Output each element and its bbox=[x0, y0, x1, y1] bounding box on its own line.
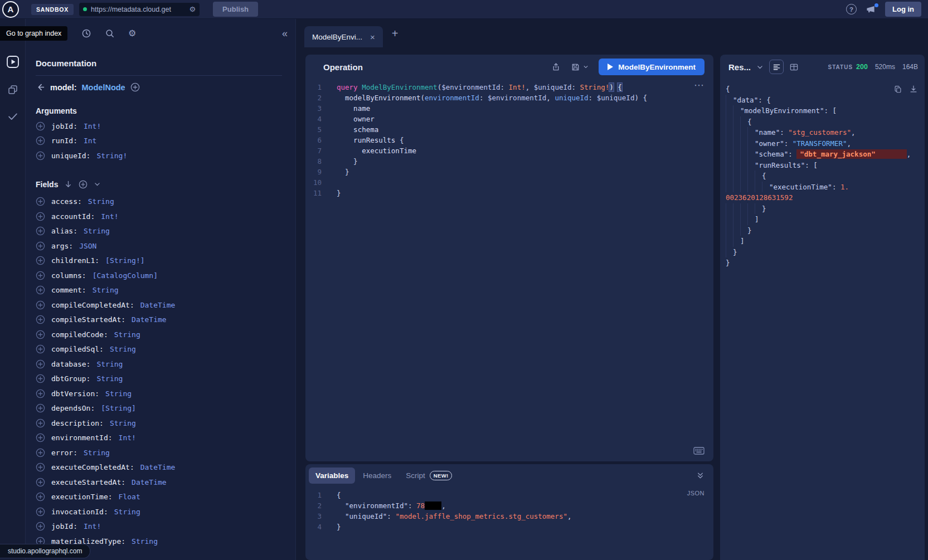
argument-name: runId: bbox=[51, 137, 77, 145]
add-field-icon[interactable] bbox=[36, 121, 45, 131]
editor-options-icon[interactable]: ⋯ bbox=[694, 80, 704, 90]
field-name: environmentId: bbox=[51, 434, 113, 442]
add-field-icon[interactable] bbox=[36, 300, 45, 310]
add-field-icon[interactable] bbox=[36, 226, 45, 236]
response-dropdown-chevron-icon[interactable] bbox=[756, 64, 764, 71]
response-table-view-icon[interactable] bbox=[789, 62, 799, 72]
add-field-icon[interactable] bbox=[36, 418, 45, 428]
run-button-label: ModelByEnvironment bbox=[618, 63, 696, 71]
field-type[interactable]: [String!] bbox=[105, 256, 144, 265]
field-name: executeCompletedAt: bbox=[51, 463, 134, 471]
add-field-icon[interactable] bbox=[36, 330, 45, 339]
add-field-icon[interactable] bbox=[36, 433, 45, 442]
download-response-icon[interactable] bbox=[909, 85, 918, 94]
field-type[interactable]: Int! bbox=[101, 212, 118, 221]
field-type[interactable]: String bbox=[93, 286, 119, 294]
field-type[interactable]: String bbox=[110, 345, 136, 353]
operation-tab[interactable]: ModelByEnvi... × bbox=[304, 26, 383, 47]
field-type[interactable]: String bbox=[105, 389, 132, 398]
field-type[interactable]: Float bbox=[119, 493, 140, 501]
field-type[interactable]: String bbox=[110, 419, 136, 427]
add-field-icon[interactable] bbox=[36, 389, 45, 398]
add-field-icon[interactable] bbox=[36, 462, 45, 472]
tab-script[interactable]: Script NEW! bbox=[399, 467, 459, 484]
field-type[interactable]: String bbox=[84, 227, 110, 235]
new-tab-icon[interactable]: + bbox=[392, 28, 399, 39]
run-operation-button[interactable]: ModelByEnvironment bbox=[599, 59, 704, 75]
search-icon[interactable] bbox=[105, 28, 115, 38]
field-type[interactable]: String bbox=[96, 360, 123, 368]
sort-fields-icon[interactable] bbox=[64, 180, 72, 188]
keyboard-shortcuts-icon[interactable] bbox=[693, 447, 704, 455]
field-type[interactable]: String bbox=[132, 537, 158, 546]
add-all-fields-icon[interactable] bbox=[79, 180, 88, 189]
close-tab-icon[interactable]: × bbox=[370, 33, 375, 41]
field-type[interactable]: [CatalogColumn] bbox=[93, 271, 158, 280]
save-operation-button[interactable] bbox=[571, 62, 589, 72]
add-field-icon[interactable] bbox=[36, 151, 45, 160]
add-field-icon[interactable] bbox=[36, 315, 45, 324]
add-field-icon[interactable] bbox=[36, 271, 45, 280]
argument-type[interactable]: Int bbox=[84, 137, 96, 145]
field-name: database: bbox=[51, 360, 90, 368]
back-arrow-icon[interactable] bbox=[36, 82, 45, 92]
field-type[interactable]: String bbox=[96, 374, 123, 383]
field-type[interactable]: DateTime bbox=[140, 301, 176, 309]
field-type[interactable]: JSON bbox=[79, 242, 96, 250]
add-field-icon[interactable] bbox=[36, 136, 45, 145]
add-field-icon[interactable] bbox=[36, 285, 45, 295]
field-type[interactable]: String bbox=[84, 449, 110, 457]
add-field-icon[interactable] bbox=[36, 212, 45, 221]
endpoint-url-input[interactable]: https://metadata.cloud.get ⚙ bbox=[79, 3, 200, 16]
chevron-down-icon[interactable] bbox=[94, 181, 101, 188]
collapse-variables-icon[interactable] bbox=[696, 471, 704, 480]
copy-response-icon[interactable] bbox=[893, 85, 902, 94]
argument-type[interactable]: Int! bbox=[84, 122, 101, 130]
breadcrumb-type-link[interactable]: ModelNode bbox=[82, 83, 125, 92]
field-type[interactable]: String bbox=[114, 508, 140, 516]
share-operation-icon[interactable] bbox=[551, 62, 561, 72]
field-type[interactable]: String bbox=[114, 330, 140, 339]
add-field-icon[interactable] bbox=[36, 507, 45, 517]
add-field-icon[interactable] bbox=[36, 197, 45, 206]
field-type[interactable]: DateTime bbox=[132, 478, 167, 486]
field-type[interactable]: Int! bbox=[84, 522, 101, 530]
help-icon[interactable]: ? bbox=[846, 4, 857, 14]
login-button[interactable]: Log in bbox=[885, 2, 921, 17]
endpoint-settings-icon[interactable]: ⚙ bbox=[189, 5, 196, 13]
field-type[interactable]: String bbox=[88, 197, 114, 206]
add-field-icon[interactable] bbox=[36, 241, 45, 251]
variables-editor[interactable]: 1{2 "environmentId": 78 ,3 "uniqueId": "… bbox=[305, 486, 713, 560]
operation-title: Operation bbox=[323, 62, 363, 72]
add-field-icon[interactable] bbox=[36, 256, 45, 265]
field-type[interactable]: [String] bbox=[101, 404, 136, 412]
add-field-icon[interactable] bbox=[36, 448, 45, 457]
checks-tab-icon[interactable] bbox=[7, 110, 19, 123]
add-field-icon[interactable] bbox=[36, 522, 45, 531]
add-field-icon[interactable] bbox=[36, 478, 45, 487]
apollo-logo[interactable]: A bbox=[2, 1, 19, 18]
response-viewer[interactable]: {"data": {"modelByEnvironment": [{"name"… bbox=[726, 84, 918, 269]
publish-button[interactable]: Publish bbox=[213, 2, 258, 17]
operations-tab-icon[interactable] bbox=[6, 55, 20, 69]
announcements-icon[interactable] bbox=[866, 4, 876, 14]
history-icon[interactable] bbox=[81, 28, 91, 38]
field-type[interactable]: Int! bbox=[119, 434, 136, 442]
add-field-icon[interactable] bbox=[36, 359, 45, 369]
add-field-icon[interactable] bbox=[36, 403, 45, 413]
field-type[interactable]: DateTime bbox=[140, 463, 176, 471]
collapse-panel-icon[interactable]: « bbox=[282, 28, 288, 38]
settings-gear-icon[interactable]: ⚙ bbox=[128, 28, 136, 38]
add-field-icon[interactable] bbox=[36, 374, 45, 383]
argument-type[interactable]: String! bbox=[96, 152, 127, 160]
operation-editor[interactable]: 1query ModelByEnvironment($environmentId… bbox=[305, 79, 713, 461]
add-field-icon[interactable] bbox=[36, 344, 45, 354]
tab-variables[interactable]: Variables bbox=[309, 468, 355, 484]
response-raw-view-icon[interactable] bbox=[769, 60, 784, 74]
schema-tab-icon[interactable] bbox=[7, 84, 18, 95]
add-field-icon[interactable] bbox=[36, 492, 45, 501]
variables-mode-label: JSON bbox=[687, 490, 704, 496]
tab-headers[interactable]: Headers bbox=[356, 468, 398, 484]
field-type[interactable]: DateTime bbox=[132, 315, 167, 324]
add-type-icon[interactable] bbox=[130, 82, 140, 92]
